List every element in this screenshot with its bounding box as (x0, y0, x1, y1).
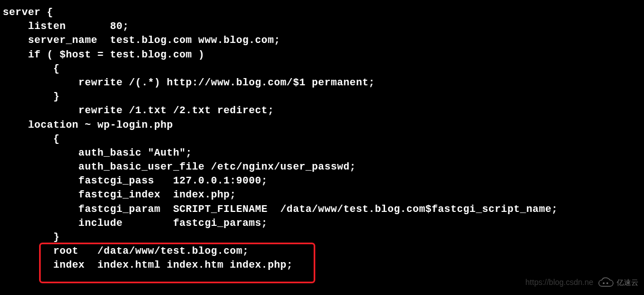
svg-point-1 (607, 282, 608, 284)
code-line: server { (3, 6, 641, 20)
code-block: server { listen 80; server_name test.blo… (3, 6, 641, 273)
code-line: } (3, 230, 641, 244)
code-line: auth_basic_user_file /etc/nginx/user_pas… (3, 160, 641, 174)
code-line: fastcgi_pass 127.0.0.1:9000; (3, 174, 641, 188)
watermark-logo: 亿速云 (597, 277, 638, 288)
code-line: location ~ wp-login.php (3, 118, 641, 132)
watermark-brand: 亿速云 (617, 278, 638, 288)
code-line: { (3, 132, 641, 146)
code-line: include fastcgi_params; (3, 216, 641, 230)
cloud-icon (597, 277, 614, 288)
svg-point-0 (603, 282, 604, 284)
code-line: listen 80; (3, 20, 641, 33)
code-line: fastcgi_index index.php; (3, 188, 641, 202)
code-line: auth_basic "Auth"; (3, 146, 641, 160)
code-line: root /data/www/test.blog.com; (3, 244, 641, 258)
code-line: rewrite /(.*) http://www.blog.com/$1 per… (3, 76, 641, 90)
watermark-url: https://blog.csdn.ne (526, 277, 593, 288)
watermark: https://blog.csdn.ne 亿速云 (526, 277, 638, 288)
code-line: } (3, 90, 641, 104)
code-line: { (3, 62, 641, 76)
code-line: rewrite /1.txt /2.txt redirect; (3, 104, 641, 118)
code-line: fastcgi_param SCRIPT_FILENAME /data/www/… (3, 202, 641, 216)
code-line: if ( $host = test.blog.com ) (3, 48, 641, 62)
code-line: server_name test.blog.com www.blog.com; (3, 33, 641, 47)
code-line: index index.html index.htm index.php; (3, 258, 641, 272)
